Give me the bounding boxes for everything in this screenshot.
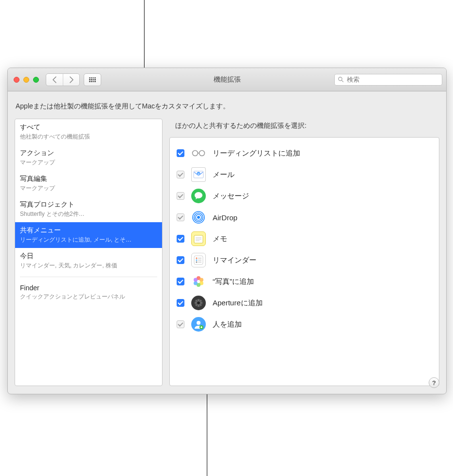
- extension-row: リマインダー: [177, 249, 432, 271]
- svg-text:@: @: [197, 173, 199, 176]
- sidebar-item-title: 写真プロジェクト: [20, 200, 157, 209]
- detail-heading: ほかの人と共有するための機能拡張を選択:: [169, 119, 439, 137]
- sidebar-item-title: 共有メニュー: [20, 226, 157, 235]
- extension-label: メモ: [213, 234, 227, 244]
- extension-row: メモ: [177, 228, 432, 249]
- svg-point-0: [339, 77, 342, 81]
- sidebar-item[interactable]: すべて他社製のすべての機能拡張: [15, 119, 162, 145]
- sidebar-item-title: 写真編集: [20, 175, 157, 183]
- extension-row: AirDrop: [177, 207, 432, 228]
- glasses-icon: [191, 146, 206, 160]
- extension-checkbox[interactable]: [177, 299, 184, 307]
- airdrop-icon: [191, 210, 206, 225]
- notes-icon: [191, 231, 206, 246]
- extension-label: メッセージ: [213, 192, 249, 201]
- sidebar-item-subtitle: マークアップ: [20, 184, 157, 193]
- extension-checkbox: [177, 171, 184, 178]
- sidebar-item-subtitle: リーディングリストに追加, メール, とそ…: [20, 236, 157, 244]
- preferences-window: 機能拡張 Appleまたは他社製の機能拡張を使用してMacをカスタマイズします。…: [7, 68, 447, 394]
- extension-label: リーディングリストに追加: [213, 149, 300, 158]
- svg-point-17: [196, 260, 198, 261]
- aperture-icon: [191, 296, 206, 310]
- extension-row: 人を追加: [177, 314, 432, 335]
- photos-icon: [191, 274, 206, 289]
- svg-point-27: [194, 278, 198, 282]
- sidebar-item-subtitle: Shutterfly とその他2件…: [20, 210, 157, 218]
- svg-point-18: [196, 262, 198, 263]
- extension-checkbox[interactable]: [177, 235, 184, 243]
- sidebar-item[interactable]: Finderクイックアクションとプレビューパネル: [15, 280, 162, 305]
- extension-label: Apertureに追加: [213, 299, 263, 308]
- extension-label: “写真”に追加: [213, 277, 254, 286]
- messages-icon: [191, 189, 206, 203]
- extension-checkbox[interactable]: [177, 256, 184, 264]
- svg-point-23: [199, 278, 203, 282]
- content-area: すべて他社製のすべての機能拡張アクションマークアップ写真編集マークアップ写真プロ…: [8, 119, 446, 393]
- grid-icon: [89, 77, 96, 82]
- extension-row: “写真”に追加: [177, 271, 432, 292]
- sidebar-item-title: すべて: [20, 123, 157, 132]
- svg-point-16: [196, 258, 198, 259]
- svg-point-26: [194, 282, 198, 285]
- sidebar-item-subtitle: 他社製のすべての機能拡張: [20, 133, 157, 141]
- category-sidebar: すべて他社製のすべての機能拡張アクションマークアップ写真編集マークアップ写真プロ…: [15, 119, 163, 386]
- titlebar: 機能拡張: [8, 68, 446, 91]
- search-input[interactable]: [347, 76, 439, 83]
- extension-row: メッセージ: [177, 185, 432, 207]
- help-button[interactable]: ?: [429, 377, 439, 388]
- extension-checkbox: [177, 320, 184, 328]
- svg-point-3: [199, 151, 205, 156]
- extension-checkbox: [177, 192, 184, 200]
- extension-label: リマインダー: [213, 256, 256, 265]
- sidebar-separator: [20, 277, 157, 277]
- reminders-icon: [191, 253, 206, 267]
- chevron-left-icon: [52, 76, 57, 83]
- extension-row: リーディングリストに追加: [177, 142, 432, 164]
- svg-point-34: [197, 301, 200, 304]
- extension-row: @メール: [177, 164, 432, 185]
- back-button[interactable]: [46, 74, 63, 86]
- window-title: 機能拡張: [214, 75, 241, 84]
- extension-list: リーディングリストに追加@メールメッセージAirDropメモリマインダー“写真”…: [169, 137, 439, 386]
- zoom-icon[interactable]: [33, 77, 39, 83]
- minimize-icon[interactable]: [23, 77, 29, 83]
- sidebar-item-title: 今日: [20, 252, 157, 261]
- sidebar-item-title: アクション: [20, 149, 157, 158]
- sidebar-item[interactable]: 共有メニューリーディングリストに追加, メール, とそ…: [15, 222, 162, 248]
- extension-label: AirDrop: [213, 213, 237, 222]
- svg-line-1: [342, 80, 343, 82]
- nav-group: [46, 73, 80, 86]
- sidebar-item-subtitle: リマインダー, 天気, カレンダー, 株価: [20, 262, 157, 270]
- sidebar-item[interactable]: 写真編集マークアップ: [15, 171, 162, 196]
- svg-point-35: [197, 321, 200, 325]
- svg-point-7: [197, 216, 200, 219]
- extension-checkbox[interactable]: [177, 149, 184, 157]
- sidebar-item[interactable]: アクションマークアップ: [15, 145, 162, 171]
- sidebar-item-title: Finder: [20, 284, 157, 292]
- extension-checkbox[interactable]: [177, 278, 184, 285]
- show-all-button[interactable]: [84, 73, 101, 86]
- extension-checkbox: [177, 213, 184, 221]
- search-field[interactable]: [334, 74, 442, 86]
- close-icon[interactable]: [14, 77, 19, 83]
- detail-pane: ほかの人と共有するための機能拡張を選択: リーディングリストに追加@メールメッセ…: [169, 119, 439, 386]
- window-controls: [14, 77, 39, 83]
- sidebar-item[interactable]: 今日リマインダー, 天気, カレンダー, 株価: [15, 248, 162, 274]
- chevron-right-icon: [69, 76, 74, 83]
- mail-icon: @: [191, 167, 206, 182]
- sidebar-item-subtitle: クイックアクションとプレビューパネル: [20, 293, 157, 301]
- sidebar-item-subtitle: マークアップ: [20, 159, 157, 167]
- page-subtitle: Appleまたは他社製の機能拡張を使用してMacをカスタマイズします。: [8, 91, 446, 119]
- forward-button[interactable]: [63, 74, 79, 86]
- people-icon: [191, 317, 206, 332]
- extension-label: 人を追加: [213, 320, 242, 329]
- search-icon: [338, 76, 344, 83]
- svg-point-2: [193, 151, 198, 156]
- extension-row: Apertureに追加: [177, 292, 432, 314]
- extension-label: メール: [213, 170, 235, 179]
- sidebar-item[interactable]: 写真プロジェクトShutterfly とその他2件…: [15, 196, 162, 222]
